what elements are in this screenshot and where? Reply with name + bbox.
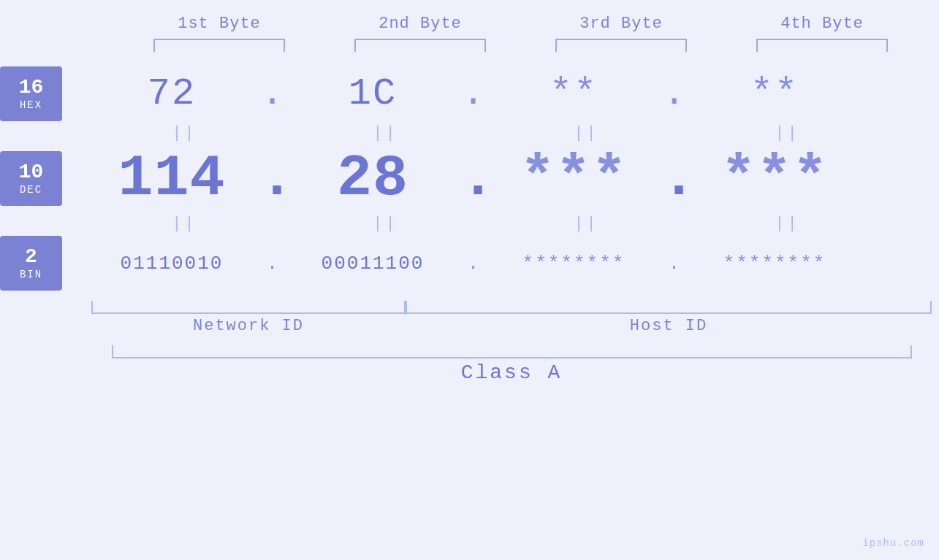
bin-sep2: . — [460, 253, 486, 275]
dec-sep1: . — [259, 145, 285, 212]
bin-base-number: 2 — [25, 246, 37, 269]
top-brackets-row — [0, 39, 939, 52]
bin-values: 01110010 . 00011100 . ******** . *******… — [84, 253, 939, 275]
dec-row: 10 DEC 114 . 28 . *** . *** — [0, 145, 939, 212]
bin-byte4: ******** — [687, 253, 862, 275]
byte2-label: 2nd Byte — [379, 15, 462, 33]
bin-sep3: . — [661, 253, 687, 275]
dec-byte3: *** — [486, 145, 661, 212]
host-id-label: Host ID — [630, 317, 707, 335]
class-section: Class A — [28, 345, 912, 384]
byte1-top-bracket — [153, 39, 285, 52]
hex-base-number: 16 — [19, 77, 44, 99]
dec-sep2: . — [460, 145, 486, 212]
equals-row-1: || || || || — [0, 124, 939, 142]
byte3-label: 3rd Byte — [579, 15, 663, 33]
id-brackets-container: Network ID Host ID — [7, 301, 932, 335]
eq2-b4: || — [687, 215, 888, 233]
byte2-top-bracket — [354, 39, 486, 52]
eq2-b1: || — [84, 215, 285, 233]
eq1-b4: || — [687, 124, 888, 142]
watermark: ipshu.com — [862, 537, 924, 549]
byte-labels-row: 1st Byte 2nd Byte 3rd Byte 4th Byte — [0, 15, 939, 33]
network-id-label: Network ID — [193, 317, 304, 335]
hex-sep1: . — [259, 72, 285, 115]
byte4-label: 4th Byte — [780, 15, 864, 33]
bin-byte2: 00011100 — [285, 253, 460, 275]
hex-sep3: . — [661, 72, 687, 115]
dec-sep3: . — [661, 145, 687, 212]
dec-byte1: 114 — [84, 145, 259, 212]
eq2-b3: || — [486, 215, 687, 233]
eq2-b2: || — [285, 215, 486, 233]
bin-sep1: . — [259, 253, 285, 275]
dec-badge: 10 DEC — [0, 151, 62, 206]
hex-byte4: ** — [687, 72, 862, 115]
hex-badge: 16 HEX — [0, 66, 62, 121]
dec-byte2: 28 — [285, 145, 460, 212]
hex-sep2: . — [460, 72, 486, 115]
host-bracket — [406, 301, 932, 314]
byte4-top-bracket — [756, 39, 888, 52]
eq1-b2: || — [285, 124, 486, 142]
host-id-section: Host ID — [406, 301, 932, 335]
class-label: Class A — [112, 361, 912, 384]
bin-row: 2 BIN 01110010 . 00011100 . ******** . *… — [0, 236, 939, 291]
hex-values: 72 . 1C . ** . ** — [84, 72, 939, 115]
network-bracket — [91, 301, 406, 314]
bin-base-label: BIN — [20, 269, 42, 280]
byte3-top-bracket — [555, 39, 687, 52]
dec-base-label: DEC — [20, 184, 42, 196]
bin-byte3: ******** — [486, 253, 661, 275]
byte1-label: 1st Byte — [178, 15, 261, 33]
hex-row: 16 HEX 72 . 1C . ** . ** — [0, 66, 939, 121]
hex-byte1: 72 — [84, 72, 259, 115]
dec-values: 114 . 28 . *** . *** — [84, 145, 939, 212]
dec-base-number: 10 — [19, 161, 44, 184]
hex-byte2: 1C — [285, 72, 460, 115]
hex-base-label: HEX — [20, 99, 42, 111]
hex-byte3: ** — [486, 72, 661, 115]
main-container: 1st Byte 2nd Byte 3rd Byte 4th Byte 16 — [0, 0, 939, 560]
dec-byte4: *** — [687, 145, 862, 212]
class-bracket — [112, 345, 912, 358]
network-id-section: Network ID — [91, 301, 406, 335]
eq1-b3: || — [486, 124, 687, 142]
equals-row-2: || || || || — [0, 215, 939, 233]
bin-badge: 2 BIN — [0, 236, 62, 291]
bin-byte1: 01110010 — [84, 253, 259, 275]
eq1-b1: || — [84, 124, 285, 142]
